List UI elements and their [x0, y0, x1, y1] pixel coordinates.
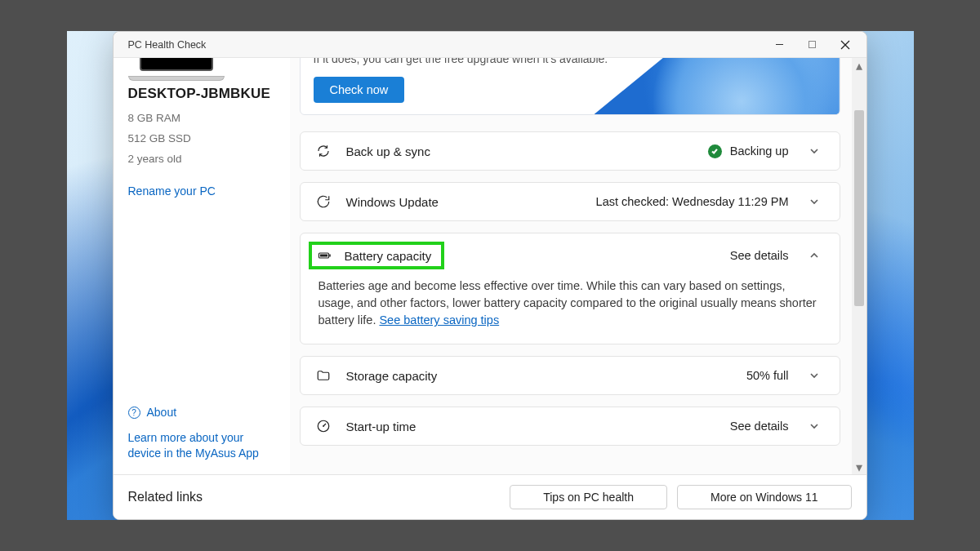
check-now-button[interactable]: Check now — [314, 77, 405, 103]
card-startup-title: Start-up time — [346, 420, 416, 433]
vertical-scrollbar[interactable]: ▴ ▾ — [852, 58, 866, 474]
spec-age: 2 years old — [128, 153, 275, 165]
card-startup-header[interactable]: Start-up time See details — [301, 407, 840, 445]
card-update-status-text: Last checked: Wednesday 11:29 PM — [596, 195, 789, 208]
status-ok-icon — [708, 144, 722, 158]
card-backup: Back up & sync Backing up — [300, 131, 840, 171]
more-win11-button[interactable]: More on Windows 11 — [677, 485, 852, 509]
card-storage: Storage capacity 50% full — [300, 356, 840, 395]
about-link[interactable]: ? About — [128, 406, 275, 419]
card-storage-title: Storage capacity — [346, 369, 438, 383]
svg-rect-5 — [320, 255, 327, 257]
win11-bloom-art — [595, 58, 840, 114]
related-links-label: Related links — [128, 490, 203, 504]
help-icon: ? — [128, 407, 140, 419]
card-battery-action: See details — [730, 249, 789, 262]
maximize-button[interactable] — [796, 33, 829, 56]
titlebar: PC Health Check — [114, 32, 866, 58]
card-battery-title: Battery capacity — [345, 249, 432, 263]
window-title: PC Health Check — [128, 39, 207, 51]
card-storage-header[interactable]: Storage capacity 50% full — [301, 357, 840, 394]
minimize-button[interactable] — [764, 33, 796, 56]
card-backup-header[interactable]: Back up & sync Backing up — [301, 132, 840, 170]
card-backup-status-text: Backing up — [730, 144, 789, 158]
card-startup-action-text: See details — [730, 420, 789, 433]
sidebar: DESKTOP-JBMBKUE 8 GB RAM 512 GB SSD 2 ye… — [114, 58, 290, 474]
card-backup-status: Backing up — [708, 144, 789, 158]
card-battery-action-text: See details — [730, 249, 789, 262]
window-body: DESKTOP-JBMBKUE 8 GB RAM 512 GB SSD 2 ye… — [114, 58, 866, 474]
battery-tips-link[interactable]: See battery saving tips — [379, 313, 499, 327]
card-battery-body: Batteries age and become less effective … — [301, 278, 840, 344]
card-update-status: Last checked: Wednesday 11:29 PM — [596, 195, 789, 208]
footer-bar: Related links Tips on PC health More on … — [114, 474, 866, 519]
svg-rect-1 — [809, 42, 816, 48]
card-startup-action: See details — [730, 420, 789, 433]
battery-icon — [317, 248, 333, 263]
learn-more-link[interactable]: Learn more about your device in the MyAs… — [128, 430, 275, 461]
scroll-up-arrow[interactable]: ▴ — [852, 58, 866, 73]
laptop-illustration — [128, 63, 225, 81]
highlight-box: Battery capacity — [309, 242, 445, 269]
letterbox-frame: PC Health Check DESKTOP-JBMBKUE 8 GB RA — [0, 0, 980, 551]
window-controls — [764, 33, 862, 56]
card-battery-header[interactable]: Battery capacity See details — [301, 233, 840, 278]
update-icon — [315, 194, 332, 209]
desktop-wallpaper: PC Health Check DESKTOP-JBMBKUE 8 GB RA — [67, 31, 914, 520]
about-label: About — [147, 406, 177, 419]
card-battery: Battery capacity See details Batteries a… — [300, 233, 840, 344]
chevron-up-icon — [804, 251, 825, 260]
close-button[interactable] — [829, 33, 862, 56]
device-name: DESKTOP-JBMBKUE — [128, 86, 275, 102]
scroll-thumb[interactable] — [854, 110, 864, 306]
tips-button[interactable]: Tips on PC health — [510, 485, 667, 509]
card-startup: Start-up time See details — [300, 407, 840, 446]
win11-upgrade-banner: If it does, you can get the free upgrade… — [300, 58, 840, 115]
spec-ram: 8 GB RAM — [128, 112, 275, 124]
main-panel: If it does, you can get the free upgrade… — [290, 58, 866, 474]
gauge-icon — [315, 419, 332, 433]
svg-rect-6 — [329, 255, 331, 257]
svg-point-8 — [323, 425, 324, 427]
pc-health-check-window: PC Health Check DESKTOP-JBMBKUE 8 GB RA — [113, 31, 867, 520]
sidebar-bottom: ? About Learn more about your device in … — [128, 406, 275, 464]
folder-icon — [315, 368, 332, 383]
titlebar-left: PC Health Check — [122, 39, 207, 51]
chevron-down-icon — [804, 197, 825, 207]
main-scroll-area: If it does, you can get the free upgrade… — [290, 58, 850, 474]
card-update: Windows Update Last checked: Wednesday 1… — [300, 182, 840, 221]
chevron-down-icon — [804, 371, 825, 380]
rename-pc-link[interactable]: Rename your PC — [128, 184, 275, 198]
chevron-down-icon — [804, 146, 825, 156]
card-storage-status: 50% full — [746, 369, 789, 382]
sync-icon — [315, 144, 332, 158]
card-update-header[interactable]: Windows Update Last checked: Wednesday 1… — [301, 183, 840, 220]
card-backup-title: Back up & sync — [346, 144, 430, 158]
chevron-down-icon — [804, 421, 825, 431]
scroll-down-arrow[interactable]: ▾ — [852, 460, 866, 474]
spec-storage: 512 GB SSD — [128, 132, 275, 144]
card-update-title: Windows Update — [346, 195, 439, 209]
card-storage-status-text: 50% full — [746, 369, 789, 382]
